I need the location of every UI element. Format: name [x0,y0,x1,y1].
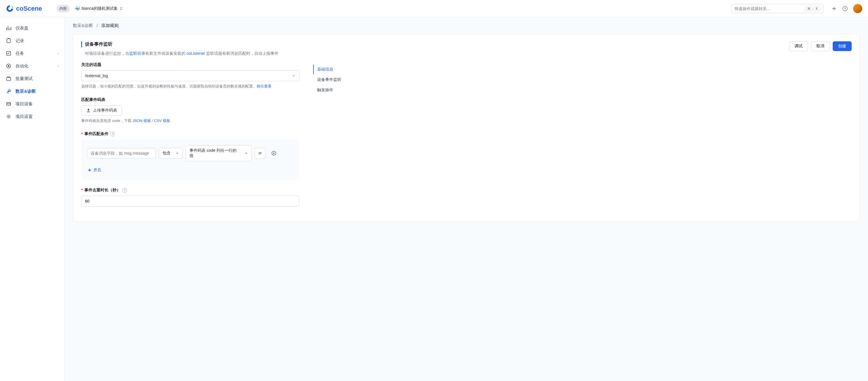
csv-template-link[interactable]: CSV 模板 [154,119,170,123]
question-icon [842,6,848,11]
required-marker: * [81,132,83,136]
add-button[interactable] [830,4,839,13]
svg-point-8 [8,116,9,117]
chevron-down-icon [176,152,179,155]
top-header: coScene 内部 🐳 bianca的随机测试集 ⌘ K [0,0,868,17]
help-icon[interactable]: ? [122,188,127,192]
colistener-link[interactable]: coListener [187,51,205,56]
project-name: bianca的随机测试集 [82,6,118,11]
chevron-down-icon [245,152,248,155]
svg-rect-5 [7,77,11,81]
form-nav: 基础信息 设备事件监听 触发操作 [313,62,365,215]
add-and-button[interactable]: 并且 [87,166,102,174]
upload-code-table-button[interactable]: 上传事件码表 [81,105,122,116]
sidebar-item-label: 数采&诊断 [16,89,36,94]
svg-rect-1 [7,39,10,43]
required-marker: * [81,188,83,192]
condition-value-select[interactable]: 事件码表 code 列任一行的值 [186,145,252,161]
search-input[interactable] [735,6,805,11]
batch-icon [6,76,11,82]
sidebar-item-tasks[interactable]: 任务 › [3,47,62,60]
chevron-right-icon: › [58,64,59,68]
dedup-input[interactable] [81,196,299,207]
help-button[interactable] [840,4,849,13]
cancel-button[interactable]: 取消 [811,41,830,51]
swap-button[interactable] [255,148,266,159]
sidebar-item-label: 任务 [16,51,24,56]
topic-select[interactable]: /external_log [81,70,299,81]
sidebar-item-diagnosis[interactable]: 数采&诊断 [3,85,62,98]
project-switcher[interactable]: 内部 🐳 bianca的随机测试集 [57,5,125,12]
internal-badge: 内部 [57,5,70,12]
breadcrumb-separator: / [96,23,98,28]
field-condition: * 事件匹配条件 ? 包含 [81,131,299,180]
sidebar-item-label: 自动化 [16,63,28,69]
selector-icon [119,7,123,10]
svg-point-4 [8,65,9,67]
add-condition-button[interactable] [268,148,279,159]
form-main: 关注的话题 /external_log 选择话题，缩小规则匹配的范围，以提升规则… [81,62,299,215]
condition-operator-select[interactable]: 包含 [159,148,183,159]
field-label-code-table: 匹配事件码表 [81,97,299,102]
topic-help: 选择话题，缩小规则匹配的范围，以提升规则诊断的性能与速度。话题获取自组织设备页的… [81,84,299,89]
sidebar-item-automation[interactable]: 自动化 › [3,60,62,72]
page-title: 设备事件监听 [81,41,278,47]
form-nav-basic[interactable]: 基础信息 [313,65,365,74]
plus-icon [88,168,92,172]
sidebar-item-label: 记录 [16,38,24,43]
sidebar-item-label: 批量测试 [16,76,33,82]
plus-circle-icon [271,151,276,156]
chevron-down-icon [291,74,296,78]
condition-panel: 包含 事件码表 code 列任一行的值 [81,139,299,180]
breadcrumb-parent[interactable]: 数采&诊断 [73,23,93,28]
global-search[interactable]: ⌘ K [732,4,823,13]
whale-icon: 🐳 [74,6,80,11]
code-table-help: 事件码表头需包含 code，下载 JSON 模板 / CSV 模板 [81,118,299,124]
field-code-table: 匹配事件码表 上传事件码表 事件码表头需包含 code，下载 JSON 模板 /… [81,97,299,124]
logo-icon [6,5,14,12]
condition-row: 包含 事件码表 code 列任一行的值 [87,145,293,161]
json-template-link[interactable]: JSON 模板 [132,119,151,123]
logo[interactable]: coScene [6,5,42,12]
sidebar-item-settings[interactable]: 项目设置 [3,110,62,123]
chevron-right-icon: › [58,51,59,55]
field-label-dedup: 事件去重时长（秒） [84,188,121,193]
plus-icon [832,6,837,11]
debug-button[interactable]: 调试 [789,41,808,51]
automation-icon [6,63,11,69]
sidebar-item-label: 项目设置 [16,114,33,119]
sidebar-item-devices[interactable]: 项目设备 [3,98,62,110]
tasks-icon [6,51,11,56]
user-avatar[interactable] [853,4,862,13]
svg-point-6 [8,90,9,92]
goto-view-link[interactable]: 前往查看 [257,84,272,88]
page-description: 对项目设备进行监控，当监听目录有新文件或设备安装的 coListener 监听话… [81,50,278,57]
field-topic: 关注的话题 /external_log 选择话题，缩小规则匹配的范围，以提升规则… [81,62,299,89]
sidebar-item-label: 项目设备 [16,101,33,107]
main-content: 数采&诊断 / 添加规则 设备事件监听 对项目设备进行监控，当监听目录有新文件或… [65,17,868,381]
sidebar-item-dashboard[interactable]: 仪表盘 [3,22,62,34]
listen-dir-link[interactable]: 监听目录 [129,51,145,56]
sidebar-item-batch[interactable]: 批量测试 [3,72,62,85]
swap-icon [258,151,262,156]
diagnosis-icon [6,88,11,94]
logo-text: coScene [16,5,42,12]
gear-icon [6,114,11,119]
records-icon [6,38,11,43]
condition-field-input[interactable] [87,148,156,158]
devices-icon [6,101,11,107]
form-card: 设备事件监听 对项目设备进行监控，当监听目录有新文件或设备安装的 coListe… [73,34,860,222]
search-shortcut: ⌘ K [805,6,820,11]
form-nav-triggers[interactable]: 触发操作 [313,85,365,95]
form-nav-events[interactable]: 设备事件监听 [313,75,365,85]
topic-value: /external_log [85,73,108,78]
help-icon[interactable]: ? [110,132,115,136]
field-label-topic: 关注的话题 [81,62,299,67]
field-dedup: * 事件去重时长（秒） ? [81,188,299,207]
create-button[interactable]: 创建 [833,41,851,51]
breadcrumb: 数采&诊断 / 添加规则 [65,17,868,34]
dashboard-icon [6,25,11,31]
field-label-condition: 事件匹配条件 [84,131,108,136]
sidebar-item-label: 仪表盘 [16,26,28,31]
sidebar-item-records[interactable]: 记录 [3,34,62,47]
